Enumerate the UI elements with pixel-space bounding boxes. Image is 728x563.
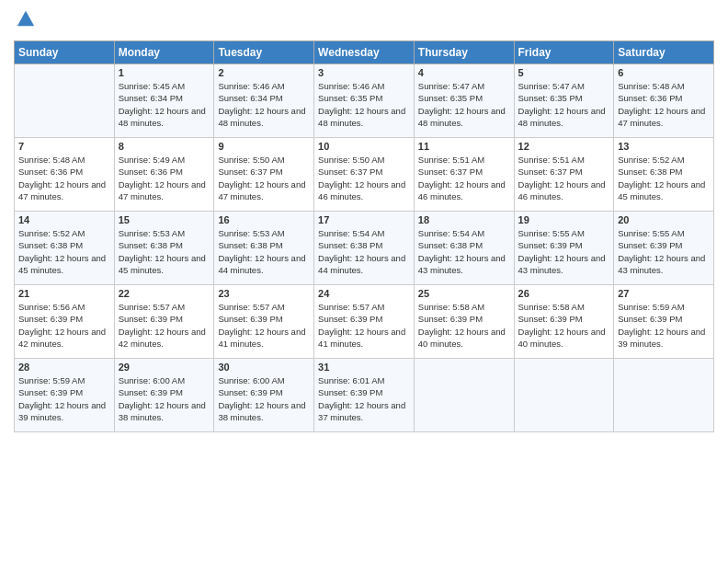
day-number: 26 — [518, 288, 610, 299]
daylight: Daylight: 12 hours and 47 minutes. — [218, 178, 310, 203]
sunset: Sunset: 6:39 PM — [518, 313, 610, 325]
cell-content: Sunrise: 5:56 AMSunset: 6:39 PMDaylight:… — [18, 301, 110, 350]
daylight: Daylight: 12 hours and 48 minutes. — [518, 105, 610, 130]
day-number: 19 — [518, 214, 610, 225]
calendar-cell: 1Sunrise: 5:45 AMSunset: 6:34 PMDaylight… — [114, 64, 214, 138]
sunset: Sunset: 6:38 PM — [618, 166, 710, 178]
calendar-cell: 22Sunrise: 5:57 AMSunset: 6:39 PMDayligh… — [114, 285, 214, 359]
day-number: 16 — [218, 214, 310, 225]
sunset: Sunset: 6:38 PM — [18, 239, 110, 251]
calendar-cell: 8Sunrise: 5:49 AMSunset: 6:36 PMDaylight… — [114, 138, 214, 212]
sunset: Sunset: 6:38 PM — [119, 239, 210, 251]
sunset: Sunset: 6:39 PM — [218, 313, 310, 325]
weekday-header-sunday: Sunday — [15, 41, 115, 64]
cell-content: Sunrise: 5:59 AMSunset: 6:39 PMDaylight:… — [18, 374, 110, 423]
sunrise: Sunrise: 5:48 AM — [618, 80, 710, 92]
cell-content: Sunrise: 6:01 AMSunset: 6:39 PMDaylight:… — [318, 374, 410, 423]
calendar-cell: 12Sunrise: 5:51 AMSunset: 6:37 PMDayligh… — [514, 138, 614, 212]
daylight: Daylight: 12 hours and 46 minutes. — [318, 178, 410, 203]
sunrise: Sunrise: 5:46 AM — [318, 80, 410, 92]
weekday-header-friday: Friday — [514, 41, 614, 64]
cell-content: Sunrise: 5:54 AMSunset: 6:38 PMDaylight:… — [418, 227, 510, 276]
calendar-cell: 23Sunrise: 5:57 AMSunset: 6:39 PMDayligh… — [214, 285, 314, 359]
sunrise: Sunrise: 5:55 AM — [618, 227, 710, 239]
sunset: Sunset: 6:39 PM — [318, 386, 410, 398]
sunset: Sunset: 6:36 PM — [618, 92, 710, 104]
day-number: 29 — [119, 362, 210, 373]
daylight: Daylight: 12 hours and 47 minutes. — [18, 178, 110, 203]
day-number: 27 — [618, 288, 710, 299]
calendar-cell: 24Sunrise: 5:57 AMSunset: 6:39 PMDayligh… — [314, 285, 415, 359]
calendar-cell: 21Sunrise: 5:56 AMSunset: 6:39 PMDayligh… — [15, 285, 115, 359]
calendar-cell: 14Sunrise: 5:52 AMSunset: 6:38 PMDayligh… — [15, 212, 115, 285]
daylight: Daylight: 12 hours and 41 minutes. — [318, 326, 410, 350]
day-number: 2 — [218, 67, 310, 78]
daylight: Daylight: 12 hours and 48 minutes. — [218, 105, 310, 130]
weekday-header-tuesday: Tuesday — [214, 41, 314, 64]
sunrise: Sunrise: 5:57 AM — [119, 301, 210, 313]
sunrise: Sunrise: 5:50 AM — [218, 154, 310, 166]
daylight: Daylight: 12 hours and 46 minutes. — [518, 178, 610, 203]
sunset: Sunset: 6:39 PM — [119, 313, 210, 325]
sunrise: Sunrise: 5:53 AM — [218, 227, 310, 239]
cell-content: Sunrise: 5:49 AMSunset: 6:36 PMDaylight:… — [119, 154, 210, 202]
sunset: Sunset: 6:34 PM — [119, 92, 210, 104]
calendar-cell — [414, 359, 514, 432]
daylight: Daylight: 12 hours and 39 minutes. — [18, 399, 110, 424]
calendar-cell: 7Sunrise: 5:48 AMSunset: 6:36 PMDaylight… — [15, 138, 115, 212]
sunset: Sunset: 6:38 PM — [418, 239, 510, 251]
sunset: Sunset: 6:38 PM — [218, 239, 310, 251]
day-number: 24 — [318, 288, 410, 299]
daylight: Daylight: 12 hours and 44 minutes. — [218, 252, 310, 277]
day-number: 4 — [418, 67, 510, 78]
daylight: Daylight: 12 hours and 42 minutes. — [119, 326, 210, 350]
calendar-cell: 17Sunrise: 5:54 AMSunset: 6:38 PMDayligh… — [314, 212, 415, 285]
sunset: Sunset: 6:39 PM — [618, 313, 710, 325]
daylight: Daylight: 12 hours and 45 minutes. — [18, 252, 110, 277]
daylight: Daylight: 12 hours and 38 minutes. — [119, 399, 210, 424]
weekday-header-monday: Monday — [114, 41, 214, 64]
daylight: Daylight: 12 hours and 40 minutes. — [418, 326, 510, 350]
day-number: 18 — [418, 214, 510, 225]
sunrise: Sunrise: 5:47 AM — [418, 80, 510, 92]
daylight: Daylight: 12 hours and 37 minutes. — [318, 399, 410, 424]
sunrise: Sunrise: 6:00 AM — [218, 374, 310, 386]
daylight: Daylight: 12 hours and 42 minutes. — [18, 326, 110, 350]
calendar-cell: 28Sunrise: 5:59 AMSunset: 6:39 PMDayligh… — [15, 359, 115, 432]
sunset: Sunset: 6:36 PM — [18, 166, 110, 178]
cell-content: Sunrise: 5:52 AMSunset: 6:38 PMDaylight:… — [18, 227, 110, 276]
weekday-header-thursday: Thursday — [414, 41, 514, 64]
cell-content: Sunrise: 5:50 AMSunset: 6:37 PMDaylight:… — [318, 154, 410, 202]
sunrise: Sunrise: 5:46 AM — [218, 80, 310, 92]
calendar-cell — [514, 359, 614, 432]
calendar-cell: 2Sunrise: 5:46 AMSunset: 6:34 PMDaylight… — [214, 64, 314, 138]
sunset: Sunset: 6:37 PM — [518, 166, 610, 178]
cell-content: Sunrise: 5:58 AMSunset: 6:39 PMDaylight:… — [418, 301, 510, 350]
sunrise: Sunrise: 5:55 AM — [518, 227, 610, 239]
day-number: 25 — [418, 288, 510, 299]
calendar-cell: 18Sunrise: 5:54 AMSunset: 6:38 PMDayligh… — [414, 212, 514, 285]
sunset: Sunset: 6:37 PM — [418, 166, 510, 178]
daylight: Daylight: 12 hours and 44 minutes. — [318, 252, 410, 277]
sunset: Sunset: 6:39 PM — [318, 313, 410, 325]
cell-content: Sunrise: 5:55 AMSunset: 6:39 PMDaylight:… — [518, 227, 610, 276]
page: SundayMondayTuesdayWednesdayThursdayFrid… — [0, 0, 728, 563]
day-number: 17 — [318, 214, 410, 225]
daylight: Daylight: 12 hours and 48 minutes. — [318, 105, 410, 130]
sunset: Sunset: 6:39 PM — [119, 386, 210, 398]
day-number: 6 — [618, 67, 710, 78]
week-row-0: 1Sunrise: 5:45 AMSunset: 6:34 PMDaylight… — [15, 64, 714, 138]
cell-content: Sunrise: 5:48 AMSunset: 6:36 PMDaylight:… — [18, 154, 110, 202]
daylight: Daylight: 12 hours and 38 minutes. — [218, 399, 310, 424]
day-number: 10 — [318, 141, 410, 152]
calendar-cell — [614, 359, 714, 432]
cell-content: Sunrise: 5:47 AMSunset: 6:35 PMDaylight:… — [418, 80, 510, 129]
weekday-header-wednesday: Wednesday — [314, 41, 415, 64]
daylight: Daylight: 12 hours and 40 minutes. — [518, 326, 610, 350]
week-row-4: 28Sunrise: 5:59 AMSunset: 6:39 PMDayligh… — [15, 359, 714, 432]
day-number: 3 — [318, 67, 410, 78]
sunrise: Sunrise: 5:45 AM — [119, 80, 210, 92]
sunset: Sunset: 6:39 PM — [418, 313, 510, 325]
logo-icon — [16, 9, 36, 29]
day-number: 31 — [318, 362, 410, 373]
